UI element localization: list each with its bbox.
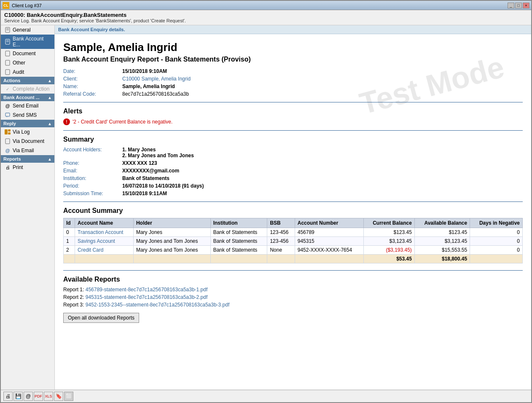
sidebar-item-via-document-label: Via Document <box>13 138 44 144</box>
toolbar-chart-icon[interactable]: XLS <box>44 392 53 401</box>
divider-4 <box>63 270 523 271</box>
log-icon <box>4 129 11 135</box>
toolbar-email-icon[interactable]: @ <box>24 392 33 401</box>
maximize-button[interactable]: □ <box>515 3 522 8</box>
account-name-link[interactable]: Savings Account <box>78 238 115 244</box>
sidebar-item-complete-action-label: Complete Action <box>13 86 49 92</box>
collapse-reports-icon[interactable]: ▲ <box>48 157 52 161</box>
sidebar-item-send-email[interactable]: @ Send Email <box>1 101 54 110</box>
sidebar-item-bank-account[interactable]: Bank Account E... <box>1 35 54 49</box>
col-institution: Institution <box>210 218 267 228</box>
sidebar-item-via-email[interactable]: @ Via Email <box>1 146 54 155</box>
cell-days-negative: 0 <box>470 228 523 237</box>
sidebar-item-print[interactable]: 🖨 Print <box>1 163 54 172</box>
collapse-bank-icon[interactable]: ▲ <box>48 95 52 100</box>
svg-rect-12 <box>8 129 11 132</box>
summary-row-submission: Submission Time: 15/10/2018 9:11AM <box>63 191 523 196</box>
sidebar-item-send-sms[interactable]: Send SMS <box>1 110 54 120</box>
bottom-toolbar: 🖨 💾 @ PDF XLS 🔖 ⬜ <box>1 390 531 402</box>
summary-row-phone: Phone: XXXX XXX 123 <box>63 160 523 166</box>
svg-marker-10 <box>6 116 7 117</box>
account-name-link[interactable]: Transaction Account <box>78 229 123 235</box>
toolbar-save-icon[interactable]: 💾 <box>13 392 23 401</box>
open-all-reports-button[interactable]: Open all downloaded Reports <box>63 313 139 323</box>
title-bar-text: Client Log #37 <box>12 3 508 8</box>
content-inner: Sample, Amelia Ingrid Bank Account Enqui… <box>63 41 523 323</box>
panel-header: Bank Account Enquiry details. <box>55 25 531 34</box>
client-id-link[interactable]: C10000 <box>122 76 140 82</box>
summary-row-period: Period: 16/07/2018 to 14/10/2018 (91 day… <box>63 183 523 189</box>
col-current-balance: Current Balance <box>363 218 414 228</box>
sidebar-item-general[interactable]: General <box>1 25 54 35</box>
total-empty-7 <box>470 255 523 263</box>
client-name-link[interactable]: Sample, Amelia Ingrid <box>141 76 191 82</box>
document-icon-2 <box>4 38 11 45</box>
total-current-balance: $53.45 <box>363 255 414 263</box>
title-bar-buttons: _ □ × <box>508 3 529 8</box>
cell-account-name: Transaction Account <box>75 228 134 237</box>
cell-bsb: None <box>267 246 295 255</box>
toolbar-print-icon[interactable]: 🖨 <box>3 392 13 401</box>
cell-id: 0 <box>64 228 75 237</box>
sidebar-item-via-document[interactable]: Via Document <box>1 137 54 146</box>
document-icon <box>4 27 11 33</box>
cell-current-balance: $123.45 <box>363 228 414 237</box>
available-reports-title: Available Reports <box>63 276 523 283</box>
cell-bsb: 123-456 <box>267 228 295 237</box>
report-item: Report 1: 456789-statement-8ec7d7c1a2567… <box>63 287 523 293</box>
toolbar-bookmark-icon[interactable]: 🔖 <box>54 392 63 401</box>
col-days-negative: Days in Negative <box>470 218 523 228</box>
col-id: Id <box>64 218 75 228</box>
client-value: C10000 Sample, Amelia Ingrid <box>122 76 191 82</box>
table-header-row: Id Account Name Holder Institution BSB A… <box>64 218 523 228</box>
cell-holder: Mary Jones and Tom Jones <box>133 246 210 255</box>
cell-current-balance: $3,123.45 <box>363 237 414 246</box>
report-link[interactable]: 945315-statement-8ec7d7c1a256708163ca5a3… <box>86 294 208 300</box>
cell-days-negative: 0 <box>470 246 523 255</box>
info-row-referral: Referral Code: 8ec7d7c1a256708163ca5a3b <box>63 91 523 97</box>
sidebar-item-other[interactable]: Other <box>1 58 54 67</box>
cell-account-number: 456789 <box>295 228 363 237</box>
cell-holder: Mary Jones <box>133 228 210 237</box>
main-window: CL Client Log #37 _ □ × C10000: BankAcco… <box>0 0 532 403</box>
cell-id: 2 <box>64 246 75 255</box>
name-label: Name: <box>63 83 122 89</box>
referral-value: 8ec7d7c1a256708163ca5a3b <box>122 91 189 97</box>
sidebar-item-audit[interactable]: Audit <box>1 67 54 77</box>
minimize-button[interactable]: _ <box>508 3 514 8</box>
section-header-reply: Reply ▲ <box>1 120 54 127</box>
report-link[interactable]: 456789-statement-8ec7d7c1a256708163ca5a3… <box>86 287 208 293</box>
info-table: Date: 15/10/2018 9:10AM Client: C10000 S… <box>63 68 523 97</box>
sidebar-item-complete-action: ✓ Complete Action <box>1 84 54 94</box>
cell-available-balance: $15,553.55 <box>414 246 470 255</box>
close-button[interactable]: × <box>523 3 529 8</box>
report-link[interactable]: 9452-1553-2345--statement-8ec7d7c1a25670… <box>86 302 230 308</box>
submission-label: Submission Time: <box>63 191 122 196</box>
sidebar-item-document[interactable]: Document <box>1 49 54 58</box>
svg-rect-7 <box>5 60 10 65</box>
section-header-reports: Reports ▲ <box>1 155 54 163</box>
summary-row-holders: Account Holders: 1. Mary Jones 2. Mary J… <box>63 147 523 159</box>
section-header-bank-account: Bank Account ... ▲ <box>1 94 54 101</box>
alerts-title: Alerts <box>63 107 523 115</box>
sidebar-item-bank-account-label: Bank Account E... <box>13 36 51 48</box>
document-icon-4 <box>4 59 11 66</box>
holders-value: 1. Mary Jones 2. Mary Jones and Tom Jone… <box>122 147 194 159</box>
sidebar-item-via-log[interactable]: Via Log <box>1 127 54 137</box>
report-title: Bank Account Enquiry Report - Bank State… <box>63 56 523 63</box>
collapse-reply-icon[interactable]: ▲ <box>48 121 52 126</box>
account-summary-title: Account Summary <box>63 207 523 215</box>
sidebar: General Bank Account E... Document Other <box>1 25 55 390</box>
cell-days-negative: 0 <box>470 237 523 246</box>
toolbar-pdf-icon[interactable]: PDF <box>34 392 43 401</box>
account-summary-table: Id Account Name Holder Institution BSB A… <box>63 218 523 263</box>
total-empty-6 <box>295 255 363 263</box>
collapse-actions-icon[interactable]: ▲ <box>48 78 52 83</box>
svg-rect-14 <box>5 139 10 144</box>
sidebar-item-audit-label: Audit <box>13 69 24 75</box>
account-name-link[interactable]: Credit Card <box>78 247 103 253</box>
date-label: Date: <box>63 68 122 74</box>
total-empty-1 <box>64 255 75 263</box>
client-name: Sample, Amelia Ingrid <box>63 41 523 54</box>
total-empty-4 <box>210 255 267 263</box>
